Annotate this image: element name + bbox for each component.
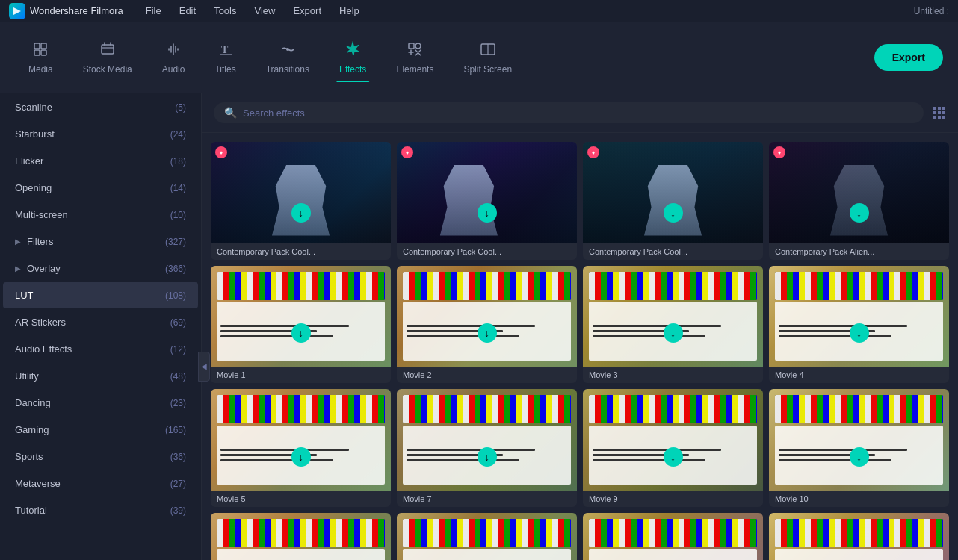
search-input[interactable] — [243, 108, 913, 119]
figure-silhouette-3 — [637, 165, 708, 236]
svg-point-9 — [415, 43, 421, 49]
sidebar-item-lut[interactable]: LUT (108) — [3, 282, 198, 308]
slate-line-13 — [220, 449, 349, 451]
effect-label-movie-10: Movie 10 — [769, 491, 949, 507]
sidebar-item-multi-screen[interactable]: Multi-screen (10) — [3, 202, 198, 228]
sidebar-item-ar-stickers[interactable]: AR Stickers (69) — [3, 309, 198, 335]
effect-card-movie-7[interactable]: ↓ Movie 7 — [397, 389, 577, 507]
effect-card-movie-2[interactable]: ↓ Movie 2 — [397, 266, 577, 384]
effect-card-movie-1[interactable]: ↓ Movie 1 — [211, 266, 391, 384]
effect-thumb-movie-4: ↓ — [769, 266, 949, 367]
download-icon-7: ↓ — [664, 323, 683, 343]
sidebar-item-starburst[interactable]: Starburst (24) — [3, 121, 198, 147]
tab-titles-label: Titles — [214, 64, 235, 75]
sidebar-item-gaming[interactable]: Gaming (165) — [3, 417, 198, 443]
menubar: Wondershare Filmora File Edit Tools View… — [0, 0, 958, 22]
sidebar-item-tutorial[interactable]: Tutorial (39) — [3, 497, 198, 523]
sidebar-item-filters[interactable]: ▶ Filters (327) — [3, 228, 198, 255]
slate-line-22 — [779, 449, 907, 451]
tab-stock-media-label: Stock Media — [83, 64, 132, 75]
svg-rect-20 — [942, 116, 945, 119]
effect-card-contemporary-1[interactable]: ♦ ↓ Contemporary Pack Cool... — [211, 142, 391, 260]
effect-card-movie-5[interactable]: ↓ Movie 5 — [211, 389, 391, 507]
slate-line-15 — [220, 459, 333, 461]
sidebar-item-opening[interactable]: Opening (14) — [3, 175, 198, 201]
slate-line-1 — [220, 325, 349, 327]
tab-audio[interactable]: Audio — [149, 34, 199, 82]
slate-body-14 — [775, 549, 943, 560]
effect-card-movie-10[interactable]: ↓ Movie 10 — [769, 389, 949, 507]
content-area: 🔍 — [202, 93, 958, 560]
effect-label-contemporary-4: Contemporary Pack Alien... — [769, 243, 949, 260]
audio-icon — [165, 41, 182, 60]
effect-label-contemporary-2: Contemporary Pack Cool... — [397, 243, 577, 260]
effect-card-contemporary-3[interactable]: ♦ ↓ Contemporary Pack Cool... — [583, 142, 763, 260]
toolbar-items: Media Stock Media Audio — [15, 34, 525, 82]
premium-badge-1: ♦ — [215, 146, 227, 158]
effect-card-movie-12[interactable]: ↓ Movie 12 — [397, 513, 577, 560]
svg-rect-0 — [34, 43, 40, 49]
slate-line-12 — [779, 335, 891, 337]
effect-label-movie-3: Movie 3 — [583, 367, 763, 383]
svg-point-7 — [286, 48, 289, 51]
download-icon-10: ↓ — [478, 447, 497, 467]
download-icon-2: ↓ — [478, 203, 497, 223]
effect-card-movie-9[interactable]: ↓ Movie 9 — [583, 389, 763, 507]
effect-thumb-contemporary-3: ♦ ↓ — [583, 142, 763, 243]
menubar-left: Wondershare Filmora File Edit Tools View… — [9, 2, 367, 19]
download-icon-11: ↓ — [664, 447, 683, 467]
app-name: Wondershare Filmora — [30, 5, 123, 16]
sidebar-item-dancing[interactable]: Dancing (23) — [3, 390, 198, 416]
tab-split-screen[interactable]: Split Screen — [450, 34, 525, 82]
tab-elements[interactable]: Elements — [383, 34, 447, 82]
slate-top-2 — [403, 272, 571, 300]
svg-rect-8 — [409, 43, 414, 49]
svg-text:T: T — [221, 44, 229, 55]
effect-card-movie-13[interactable]: ↓ Movie 13 — [583, 513, 763, 560]
effect-card-contemporary-4[interactable]: ♦ ↓ Contemporary Pack Alien... — [769, 142, 949, 260]
sidebar-item-metaverse[interactable]: Metaverse (27) — [3, 470, 198, 497]
effect-label-contemporary-3: Contemporary Pack Cool... — [583, 243, 763, 260]
tab-audio-label: Audio — [162, 64, 185, 75]
slate-line-19 — [593, 449, 721, 451]
slate-line-6 — [407, 335, 519, 337]
sidebar-item-scanline[interactable]: Scanline (5) — [3, 94, 198, 120]
app-logo: Wondershare Filmora — [9, 3, 123, 19]
svg-rect-13 — [938, 107, 941, 110]
tab-transitions[interactable]: Transitions — [253, 34, 323, 82]
menu-edit[interactable]: Edit — [172, 2, 203, 19]
tab-media[interactable]: Media — [15, 34, 67, 82]
slate-body-12 — [403, 549, 571, 560]
effect-card-movie-4[interactable]: ↓ Movie 4 — [769, 266, 949, 384]
search-bar: 🔍 — [202, 93, 958, 133]
effect-thumb-movie-10: ↓ — [769, 389, 949, 491]
tab-effects[interactable]: Effects — [326, 34, 380, 82]
effect-card-movie-14[interactable]: ↓ Movie 14 — [769, 513, 949, 560]
sidebar-item-overlay[interactable]: ▶ Overlay (366) — [3, 255, 198, 281]
sidebar-item-audio-effects[interactable]: Audio Effects (12) — [3, 336, 198, 362]
menu-help[interactable]: Help — [332, 2, 367, 19]
menu-tools[interactable]: Tools — [206, 2, 244, 19]
slate-top-12 — [403, 519, 571, 547]
menu-export[interactable]: Export — [285, 2, 329, 19]
premium-badge-3: ♦ — [587, 146, 599, 158]
svg-rect-12 — [933, 107, 936, 110]
sidebar-item-flicker[interactable]: Flicker (18) — [3, 148, 198, 174]
effect-card-movie-3[interactable]: ↓ Movie 3 — [583, 266, 763, 384]
menu-view[interactable]: View — [247, 2, 282, 19]
effect-card-contemporary-2[interactable]: ♦ ↓ Contemporary Pack Cool... — [397, 142, 577, 260]
slate-body-13 — [589, 549, 757, 560]
sidebar-item-sports[interactable]: Sports (36) — [3, 444, 198, 470]
menu-file[interactable]: File — [138, 2, 169, 19]
effect-card-movie-11[interactable]: ↓ Movie 11 — [211, 513, 391, 560]
svg-rect-3 — [41, 50, 46, 55]
sidebar-item-utility[interactable]: Utility (48) — [3, 363, 198, 389]
sidebar-collapse-button[interactable]: ◀ — [198, 352, 210, 382]
export-button[interactable]: Export — [874, 44, 943, 71]
elements-icon — [407, 41, 423, 60]
effect-label-contemporary-1: Contemporary Pack Cool... — [211, 243, 391, 260]
tab-titles[interactable]: T Titles — [201, 34, 249, 82]
tab-stock-media[interactable]: Stock Media — [69, 34, 146, 82]
slate-top-3 — [589, 272, 757, 300]
grid-view-toggle[interactable] — [933, 106, 946, 119]
